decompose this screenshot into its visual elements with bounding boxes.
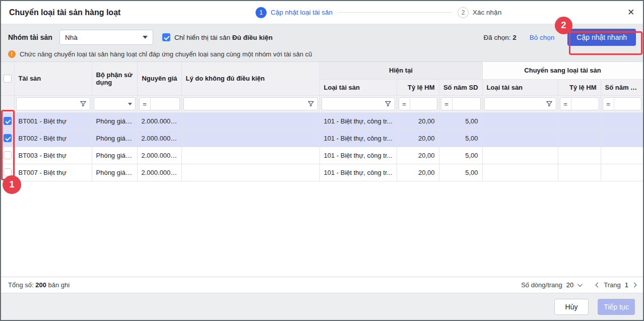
equals-operator-icon[interactable]: = xyxy=(560,98,571,110)
cell-new-years[interactable] xyxy=(601,112,643,130)
filter-current-years[interactable]: = xyxy=(439,95,482,112)
asset-grid-area: Tài sản Bộ phận sử dụng Nguyên giá Lý do… xyxy=(1,61,643,277)
cell-new-years[interactable] xyxy=(601,164,643,181)
cell-reason xyxy=(181,130,319,147)
filter-new-rate[interactable]: = xyxy=(558,95,601,112)
filter-cell-empty xyxy=(1,95,14,112)
table-row[interactable]: BT003 - Biệt thự Phòng giám đốc 2.000.00… xyxy=(1,147,643,164)
cell-asset: BT007 - Biệt thự xyxy=(14,164,92,181)
prev-page-icon[interactable] xyxy=(596,283,601,288)
cell-cost: 2.000.000.000 xyxy=(137,130,181,147)
table-row[interactable]: BT007 - Biệt thự Phòng giám đốc 2.000.00… xyxy=(1,164,643,181)
asset-group-select[interactable]: Nhà xyxy=(59,30,153,45)
cell-department: Phòng giám đốc xyxy=(92,164,137,181)
eligible-only-label: Chỉ hiển thị tài sản Đủ điều kiện xyxy=(174,34,273,41)
select-all-cell xyxy=(1,62,14,95)
cell-new-type[interactable] xyxy=(482,112,558,130)
total-label: Tổng số: xyxy=(8,281,34,289)
select-all-checkbox[interactable] xyxy=(4,75,12,83)
col-header-new-years[interactable]: Số năm SD xyxy=(601,79,643,95)
cell-asset: BT002 - Biệt thự xyxy=(14,130,92,147)
selected-count-value: 2 xyxy=(512,34,517,41)
cell-new-years[interactable] xyxy=(601,130,643,147)
close-icon[interactable]: ✕ xyxy=(626,8,636,18)
cell-current-years: 5,00 xyxy=(439,130,482,147)
filter-current-rate[interactable]: = xyxy=(397,95,439,112)
row-checkbox[interactable] xyxy=(4,117,12,125)
cell-new-rate[interactable] xyxy=(558,164,601,181)
next-page-icon[interactable] xyxy=(632,283,637,288)
cell-current-type: 101 - Biệt thự, công tr... xyxy=(319,164,397,181)
stepper-connector-line xyxy=(338,12,453,13)
eligible-only-label-text: Chỉ hiển thị tài sản xyxy=(174,34,230,41)
asset-table: Tài sản Bộ phận sử dụng Nguyên giá Lý do… xyxy=(1,62,643,181)
cell-new-years[interactable] xyxy=(601,147,643,164)
filter-funnel-icon[interactable] xyxy=(307,100,314,107)
equals-operator-icon[interactable]: = xyxy=(441,98,453,110)
page-size-chevron-down-icon[interactable] xyxy=(577,282,583,287)
cell-current-rate: 20,00 xyxy=(397,164,439,181)
cancel-button[interactable]: Hủy xyxy=(554,299,589,315)
eligible-only-label-bold: Đủ điều kiện xyxy=(232,34,273,41)
step-1-number: 1 xyxy=(255,7,267,18)
row-checkbox[interactable] xyxy=(4,151,12,159)
cell-asset: BT001 - Biệt thự xyxy=(14,112,92,130)
dialog-titlebar: Chuyển loại tài sản hàng loạt 1 Cập nhật… xyxy=(1,1,643,24)
filter-funnel-icon[interactable] xyxy=(80,100,87,107)
cell-new-rate[interactable] xyxy=(558,147,601,164)
col-header-current-rate[interactable]: Tỷ lệ HM xyxy=(397,79,439,95)
col-header-asset[interactable]: Tài sản xyxy=(14,62,92,95)
step-2-number: 2 xyxy=(458,7,469,18)
cell-current-years: 5,00 xyxy=(439,164,482,181)
col-header-current-type[interactable]: Loại tài sản xyxy=(319,79,397,95)
group-header-target: Chuyển sang loại tài sản xyxy=(482,62,643,79)
row-checkbox[interactable] xyxy=(4,134,12,142)
asset-group-label: Nhóm tài sản xyxy=(8,33,52,41)
col-header-reason[interactable]: Lý do không đủ điều kiện xyxy=(181,62,319,95)
cell-current-type: 101 - Biệt thự, công tr... xyxy=(319,130,397,147)
cell-department: Phòng giám đốc xyxy=(92,147,137,164)
equals-operator-icon[interactable]: = xyxy=(603,98,614,110)
cell-current-type: 101 - Biệt thự, công tr... xyxy=(319,112,397,130)
filter-reason[interactable] xyxy=(181,95,319,112)
cell-new-type[interactable] xyxy=(482,147,558,164)
row-checkbox[interactable] xyxy=(4,168,12,176)
filter-asset[interactable] xyxy=(14,95,92,112)
filter-current-type[interactable] xyxy=(319,95,397,112)
page-size-value[interactable]: 20 xyxy=(566,281,573,289)
grid-footer: Tổng số: 200 bản ghi Số dòng/trang 20 Tr… xyxy=(1,277,643,293)
table-row[interactable]: BT001 - Biệt thự Phòng giám đốc 2.000.00… xyxy=(1,112,643,130)
cell-reason xyxy=(181,147,319,164)
cell-asset: BT003 - Biệt thự xyxy=(14,147,92,164)
filter-funnel-icon[interactable] xyxy=(546,100,553,107)
col-header-new-rate[interactable]: Tỷ lệ HM xyxy=(558,79,601,95)
filter-cost[interactable]: = xyxy=(137,95,181,112)
filter-new-years[interactable]: = xyxy=(601,95,643,112)
col-header-department[interactable]: Bộ phận sử dụng xyxy=(92,62,137,95)
continue-button[interactable]: Tiếp tục xyxy=(598,299,635,315)
cell-cost: 2.000.000.000 xyxy=(137,147,181,164)
table-row[interactable]: BT002 - Biệt thự Phòng giám đốc 2.000.00… xyxy=(1,130,643,147)
col-header-new-type[interactable]: Loại tài sản xyxy=(482,79,558,95)
eligible-only-checkbox[interactable] xyxy=(162,33,170,41)
cell-department: Phòng giám đốc xyxy=(92,130,137,147)
eligible-only-checkbox-wrap[interactable]: Chỉ hiển thị tài sản Đủ điều kiện xyxy=(162,33,273,41)
filter-new-type[interactable] xyxy=(482,95,558,112)
pagination: Số dòng/trang 20 Trang 1 xyxy=(521,281,636,289)
group-header-current: Hiện tại xyxy=(319,62,482,79)
cell-new-type[interactable] xyxy=(482,164,558,181)
equals-operator-icon[interactable]: = xyxy=(140,98,151,110)
equals-operator-icon[interactable]: = xyxy=(399,98,410,110)
cell-current-rate: 20,00 xyxy=(397,147,439,164)
cell-new-type[interactable] xyxy=(482,130,558,147)
step-1: 1 Cập nhật loại tài sản xyxy=(255,7,333,18)
filter-department[interactable] xyxy=(92,95,137,112)
deselect-button[interactable]: Bỏ chọn xyxy=(530,34,555,41)
col-header-cost[interactable]: Nguyên giá xyxy=(137,62,181,95)
cell-new-rate[interactable] xyxy=(558,130,601,147)
filter-funnel-icon[interactable] xyxy=(384,100,392,107)
total-value: 200 xyxy=(35,281,46,289)
col-header-current-years[interactable]: Số năm SD xyxy=(439,79,482,95)
cell-new-rate[interactable] xyxy=(558,112,601,130)
quick-update-button[interactable]: Cập nhật nhanh xyxy=(567,29,636,46)
